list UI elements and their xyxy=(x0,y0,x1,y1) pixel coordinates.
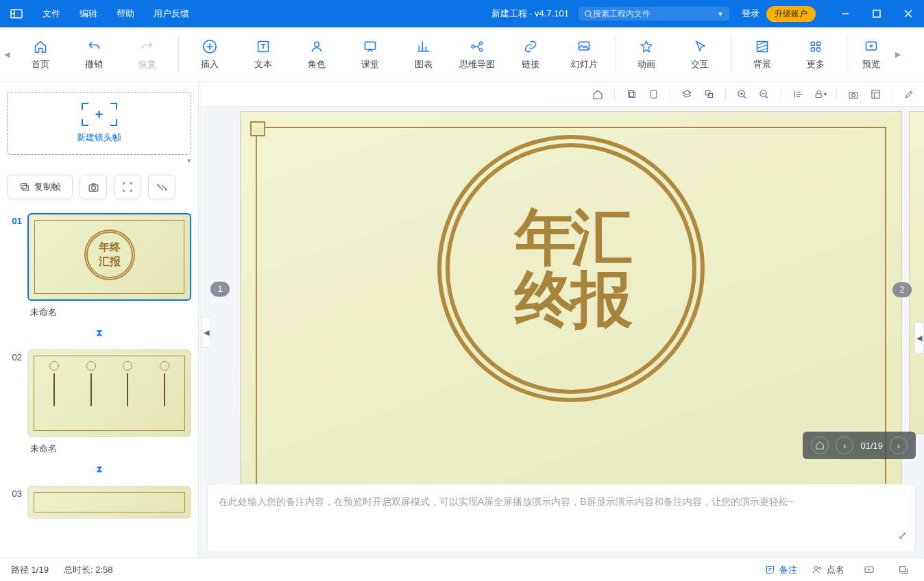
close-button[interactable] xyxy=(892,0,924,27)
cursor-icon xyxy=(692,39,707,54)
collapse-right-button[interactable]: ◀ xyxy=(914,322,924,354)
lock-icon[interactable]: ▾ xyxy=(812,86,828,103)
slide-label: 未命名 xyxy=(27,437,191,456)
home-button[interactable]: 首页 xyxy=(14,27,67,82)
slide-thumbnail[interactable]: 年终汇报 xyxy=(27,213,191,301)
ribbon-toolbar: ◀ 首页 撤销 恢复 插入 文本 角色 课堂 图表 思维导图 链接 幻灯片 动画… xyxy=(0,27,924,82)
search-box[interactable]: ▼ xyxy=(579,7,729,21)
transition-icon[interactable]: ⧗ xyxy=(7,327,191,338)
menu-help[interactable]: 帮助 xyxy=(107,0,144,27)
copy-icon[interactable] xyxy=(623,86,640,103)
board-icon xyxy=(363,39,378,54)
duplicate-icon[interactable] xyxy=(701,86,717,103)
copy-frame-button[interactable]: 复制帧 xyxy=(7,175,73,199)
link-icon xyxy=(523,39,538,54)
next-slide-badge[interactable]: 2 xyxy=(892,282,912,297)
slide-item-03[interactable]: 03 xyxy=(7,486,191,519)
export-icon[interactable] xyxy=(894,565,913,576)
zoom-out-icon[interactable] xyxy=(756,86,773,103)
ribbon-scroll-right[interactable]: ▶ xyxy=(891,27,905,82)
zoom-in-icon[interactable] xyxy=(734,86,751,103)
layout-icon[interactable] xyxy=(867,86,884,103)
camera-tool-button[interactable] xyxy=(80,175,107,199)
expand-icon[interactable]: ⤢ xyxy=(898,526,907,545)
canvas-area: ▾ ◀ 年汇终报 汇报人：Focusky 1 2 ◀ ‹ 01/19 › xyxy=(199,82,924,558)
svg-point-30 xyxy=(852,93,855,97)
interact-button[interactable]: 交互 xyxy=(673,27,727,82)
snapshot-icon[interactable] xyxy=(845,86,862,103)
chart-icon xyxy=(416,39,431,54)
person-icon xyxy=(309,39,324,54)
new-frame-dropdown[interactable]: ▾ xyxy=(7,156,191,165)
svg-rect-14 xyxy=(811,47,814,51)
main-area: + 新建镜头帧 ▾ 复制帧 01 年终汇报 未命名 xyxy=(0,82,924,558)
canvas-toolbar: ▾ xyxy=(199,82,924,107)
layers-icon[interactable] xyxy=(679,86,695,103)
transition-icon[interactable]: ⧗ xyxy=(7,463,191,475)
link-button[interactable]: 链接 xyxy=(504,27,557,82)
window-title: 新建工程 - v4.7.101 xyxy=(491,8,569,20)
roll-call-button[interactable]: 点名 xyxy=(812,564,844,576)
scan-icon xyxy=(122,182,133,193)
play-icon xyxy=(864,39,879,54)
redo-button[interactable]: 恢复 xyxy=(121,27,174,82)
path-tool-button[interactable] xyxy=(148,175,175,199)
copy-icon xyxy=(19,182,30,193)
align-icon[interactable] xyxy=(790,86,806,103)
chart-button[interactable]: 图表 xyxy=(397,27,450,82)
slide-number: 01 xyxy=(7,213,22,226)
next-slide-preview[interactable] xyxy=(909,111,924,434)
nav-home-icon[interactable] xyxy=(811,436,829,454)
mindmap-button[interactable]: 思维导图 xyxy=(450,27,504,82)
menu-file[interactable]: 文件 xyxy=(33,0,70,27)
login-button[interactable]: 登录 xyxy=(742,8,759,20)
slide-item-01[interactable]: 01 年终汇报 未命名 xyxy=(7,213,191,320)
notes-placeholder: 在此处输入您的备注内容，在预览时开启双屏模式，可以实现A屏全屏播放演示内容，B屏… xyxy=(219,496,794,507)
notes-area[interactable]: 在此处输入您的备注内容，在预览时开启双屏模式，可以实现A屏全屏播放演示内容，B屏… xyxy=(207,484,916,552)
nav-prev-icon[interactable]: ‹ xyxy=(836,436,853,454)
path-label: 路径 1/19 xyxy=(11,564,49,576)
insert-button[interactable]: 插入 xyxy=(183,27,236,82)
role-button[interactable]: 角色 xyxy=(290,27,343,82)
slide-button[interactable]: 幻灯片 xyxy=(557,27,611,82)
note-icon xyxy=(765,565,775,575)
prev-slide-badge[interactable]: 1 xyxy=(210,282,230,297)
collapse-left-button[interactable]: ◀ xyxy=(202,317,211,348)
maximize-button[interactable] xyxy=(861,0,892,27)
slide-thumbnail[interactable] xyxy=(27,349,191,437)
ribbon-scroll-left[interactable]: ◀ xyxy=(0,27,14,82)
class-button[interactable]: 课堂 xyxy=(343,27,397,82)
nav-next-icon[interactable]: › xyxy=(890,436,908,454)
paste-icon[interactable] xyxy=(645,86,661,103)
chevron-down-icon[interactable]: ▼ xyxy=(717,10,724,18)
edit-icon[interactable] xyxy=(901,86,917,103)
svg-point-5 xyxy=(315,42,319,47)
notes-toggle[interactable]: 备注 xyxy=(765,564,797,576)
undo-button[interactable]: 撤销 xyxy=(67,27,121,82)
menu-edit[interactable]: 编辑 xyxy=(70,0,107,27)
upgrade-button[interactable]: 升级账户 xyxy=(766,6,816,22)
path-icon xyxy=(156,182,168,193)
slide-thumbnail[interactable] xyxy=(27,486,191,519)
preview-button[interactable]: 预览 xyxy=(851,27,891,82)
svg-point-1 xyxy=(585,10,591,16)
svg-rect-2 xyxy=(873,10,880,17)
animation-button[interactable]: 动画 xyxy=(620,27,673,82)
svg-point-33 xyxy=(819,567,821,569)
menu-feedback[interactable]: 用户反馈 xyxy=(144,0,199,27)
text-icon xyxy=(256,39,271,54)
home-view-icon[interactable] xyxy=(589,86,606,103)
slide-item-02[interactable]: 02 未命名 xyxy=(7,349,191,456)
search-input[interactable] xyxy=(593,9,703,18)
home-icon xyxy=(33,39,48,54)
new-frame-button[interactable]: + 新建镜头帧 xyxy=(7,92,191,155)
background-button[interactable]: 背景 xyxy=(735,27,789,82)
scan-tool-button[interactable] xyxy=(114,175,141,199)
svg-rect-12 xyxy=(811,42,814,45)
more-button[interactable]: 更多 xyxy=(789,27,842,82)
text-button[interactable]: 文本 xyxy=(236,27,290,82)
present-mode-icon[interactable] xyxy=(860,565,879,576)
new-frame-label: 新建镜头帧 xyxy=(77,132,121,144)
minimize-button[interactable] xyxy=(829,0,861,27)
svg-rect-31 xyxy=(871,90,879,98)
